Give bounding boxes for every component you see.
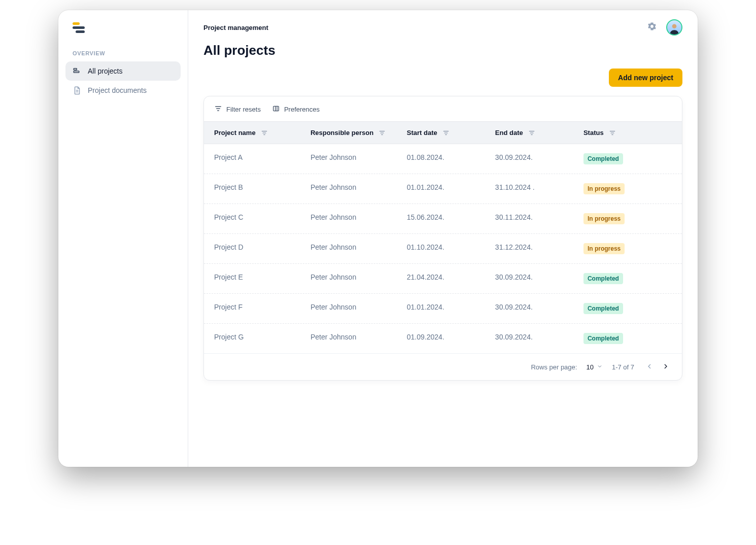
column-label: Project name (214, 129, 256, 137)
filter-icon (261, 129, 268, 137)
cell-start-date: 01.01.2024. (407, 303, 495, 314)
cell-responsible-person: Peter Johnson (311, 303, 407, 314)
cell-responsible-person: Peter Johnson (311, 213, 407, 224)
sidebar-item-label: All projects (88, 67, 122, 75)
table-body: Project APeter Johnson01.08.2024.30.09.2… (204, 144, 682, 353)
filter-icon (379, 129, 386, 137)
cell-project-name: Project C (214, 213, 311, 224)
cell-start-date: 15.06.2024. (407, 213, 495, 224)
filter-icon (442, 129, 450, 137)
actions-row: Add new project (203, 69, 682, 87)
sidebar-item-label: Project documents (88, 86, 147, 94)
sidebar: OVERVIEW All projects Project documents (58, 10, 188, 467)
cell-status: Completed (583, 303, 672, 314)
app-window: OVERVIEW All projects Project documents (58, 10, 698, 467)
pager-next-button[interactable] (660, 361, 672, 373)
cell-project-name: Project G (214, 333, 311, 344)
pager-prev-button[interactable] (643, 361, 656, 373)
rows-per-page-value: 10 (586, 363, 593, 371)
cell-responsible-person: Peter Johnson (311, 273, 407, 284)
breadcrumb: Project management (203, 24, 268, 31)
table-row[interactable]: Project EPeter Johnson21.04.2024.30.09.2… (204, 264, 682, 294)
cell-status: In progress (583, 243, 672, 254)
filter-icon (214, 105, 222, 114)
status-badge: Completed (583, 303, 623, 314)
table-row[interactable]: Project DPeter Johnson01.10.2024.31.12.2… (204, 234, 682, 264)
cell-project-name: Project F (214, 303, 311, 314)
table-row[interactable]: Project APeter Johnson01.08.2024.30.09.2… (204, 144, 682, 174)
table-pager: Rows per page: 10 1-7 of 7 (204, 353, 682, 380)
svg-rect-0 (74, 69, 77, 70)
cell-end-date: 30.11.2024. (495, 213, 583, 224)
status-badge: Completed (583, 273, 623, 284)
column-header-project-name[interactable]: Project name (214, 129, 311, 137)
cell-responsible-person: Peter Johnson (311, 153, 407, 164)
status-badge: In progress (583, 213, 625, 224)
cell-end-date: 30.09.2024. (495, 273, 583, 284)
add-project-button[interactable]: Add new project (609, 69, 682, 87)
user-avatar[interactable] (666, 19, 682, 36)
cell-end-date: 31.12.2024. (495, 243, 583, 254)
column-header-status[interactable]: Status (583, 129, 672, 137)
chevron-left-icon (645, 362, 654, 372)
status-badge: Completed (583, 153, 623, 164)
rows-per-page-select[interactable]: 10 (586, 363, 602, 371)
status-badge: In progress (583, 243, 625, 254)
column-header-start-date[interactable]: Start date (407, 129, 495, 137)
column-label: Start date (407, 129, 437, 137)
cell-project-name: Project B (214, 183, 311, 194)
cell-start-date: 01.09.2024. (407, 333, 495, 344)
cell-project-name: Project D (214, 243, 311, 254)
document-icon (73, 86, 82, 95)
filter-icon (528, 129, 535, 137)
filter-resets-label: Filter resets (226, 106, 261, 113)
status-badge: Completed (583, 333, 623, 344)
pager-nav (643, 361, 672, 373)
cell-start-date: 21.04.2024. (407, 273, 495, 284)
cell-end-date: 30.09.2024. (495, 153, 583, 164)
cell-status: Completed (583, 273, 672, 284)
cell-start-date: 01.08.2024. (407, 153, 495, 164)
table-row[interactable]: Project FPeter Johnson01.01.2024.30.09.2… (204, 294, 682, 324)
cell-project-name: Project E (214, 273, 311, 284)
cell-status: In progress (583, 183, 672, 194)
table-toolbar: Filter resets Preferences (204, 96, 682, 121)
sidebar-item-all-projects[interactable]: All projects (65, 61, 181, 81)
filter-resets-button[interactable]: Filter resets (214, 105, 261, 114)
preferences-label: Preferences (284, 106, 320, 113)
table-row[interactable]: Project CPeter Johnson15.06.2024.30.11.2… (204, 204, 682, 234)
svg-rect-8 (273, 106, 279, 111)
header-actions (645, 19, 682, 36)
settings-button[interactable] (645, 20, 659, 35)
projects-icon (73, 66, 82, 76)
cell-responsible-person: Peter Johnson (311, 183, 407, 194)
chevron-right-icon (662, 362, 670, 372)
table-row[interactable]: Project GPeter Johnson01.09.2024.30.09.2… (204, 324, 682, 353)
projects-table-card: Filter resets Preferences Project name (203, 96, 682, 381)
sidebar-item-project-documents[interactable]: Project documents (65, 81, 181, 100)
cell-status: Completed (583, 333, 672, 344)
app-logo (73, 22, 85, 33)
cell-end-date: 31.10.2024 . (495, 183, 583, 194)
preferences-button[interactable]: Preferences (272, 105, 320, 114)
cell-start-date: 01.10.2024. (407, 243, 495, 254)
svg-point-4 (672, 24, 677, 28)
page-title: All projects (203, 43, 682, 58)
column-label: End date (495, 129, 523, 137)
header-row: Project management (203, 19, 682, 36)
svg-rect-1 (74, 71, 79, 73)
columns-icon (272, 105, 280, 114)
cell-status: Completed (583, 153, 672, 164)
pager-range-text: 1-7 of 7 (612, 363, 634, 371)
cell-project-name: Project A (214, 153, 311, 164)
column-header-end-date[interactable]: End date (495, 129, 583, 137)
column-label: Status (583, 129, 604, 137)
cell-responsible-person: Peter Johnson (311, 333, 407, 344)
filter-icon (609, 129, 616, 137)
cell-end-date: 30.09.2024. (495, 303, 583, 314)
column-label: Responsible person (311, 129, 373, 137)
cell-responsible-person: Peter Johnson (311, 243, 407, 254)
column-header-responsible-person[interactable]: Responsible person (311, 129, 407, 137)
table-header: Project name Responsible person Start da… (204, 121, 682, 144)
table-row[interactable]: Project BPeter Johnson01.01.2024.31.10.2… (204, 174, 682, 204)
